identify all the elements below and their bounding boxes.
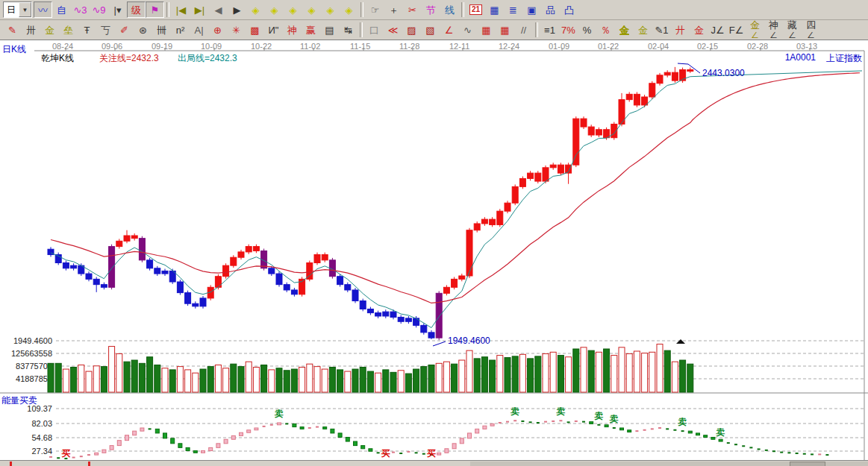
shen-angle-icon[interactable]: 神∠ — [764, 22, 783, 38]
oscillator-bar — [468, 433, 472, 438]
four-angle-icon[interactable]: 四∠ — [802, 22, 820, 38]
oscillator-dash — [811, 453, 814, 455]
oscillator-bar — [133, 431, 137, 435]
gann-box-icon[interactable]: ▧ — [421, 22, 440, 38]
volume-bar — [55, 363, 61, 392]
j-angle-icon[interactable]: J∠ — [708, 22, 727, 38]
pct-lines-icon[interactable]: ％ — [596, 22, 615, 38]
export-icon[interactable]: 品 — [541, 1, 560, 18]
gann-grid-icon[interactable]: ▦ — [477, 22, 496, 38]
oscillator-bar — [155, 429, 159, 433]
volume-bar — [352, 369, 358, 392]
line-tool-icon[interactable]: 线 — [440, 1, 459, 18]
diamond-zoomout-icon[interactable]: ◈ — [321, 1, 340, 18]
last-bar-icon[interactable]: ▶| — [190, 1, 209, 18]
win-icon[interactable]: 赢 — [302, 22, 320, 38]
gann-grid2-icon[interactable]: ▦ — [496, 22, 514, 38]
report-icon[interactable]: ≣ — [504, 1, 522, 18]
open-red-icon[interactable]: 廾 — [671, 22, 690, 38]
star-icon[interactable]: ✳ — [227, 22, 246, 38]
next-bar-icon[interactable]: ▶ — [228, 1, 246, 18]
chart-area[interactable]: 日K线 08-2409-0609-1910-0910-2211-0211-151… — [0, 40, 868, 460]
f-angle-icon[interactable]: F∠ — [727, 22, 746, 38]
volume-bar — [497, 356, 503, 392]
diamond-zoomin-icon[interactable]: ◈ — [340, 1, 358, 18]
first-bar-icon[interactable]: |◀ — [172, 1, 190, 18]
save-icon[interactable]: ▣ — [522, 1, 541, 18]
candle — [71, 265, 77, 268]
gold-angle-icon[interactable]: 金∠ — [746, 22, 764, 38]
chevron-down-icon[interactable]: ▼ — [19, 2, 31, 17]
fib-icon[interactable]: Ŧ — [78, 22, 96, 38]
hgrid2-icon[interactable]: 卌 — [152, 22, 171, 38]
n2-icon[interactable]: n² — [171, 22, 190, 38]
gold-lines-icon[interactable]: 金 — [634, 22, 652, 38]
calendar-icon[interactable]: 21 — [466, 1, 485, 18]
hgrid-icon[interactable]: 卅 — [22, 22, 40, 38]
crosshair-icon[interactable]: ＋ — [384, 1, 403, 18]
candle — [154, 268, 160, 274]
gold-level1-icon[interactable]: 金 — [40, 22, 59, 38]
volume-bar — [71, 367, 77, 392]
cycle-icon[interactable]: ⊛ — [134, 22, 152, 38]
boxgrid-icon[interactable]: ▩ — [246, 22, 264, 38]
print-icon[interactable]: 凸 — [560, 1, 578, 18]
ma-slow-line — [51, 73, 860, 303]
volume-bar — [207, 367, 213, 392]
oscillator-bar — [255, 428, 258, 430]
pattern-icon[interactable]: 级 — [127, 1, 146, 18]
zigzag-icon[interactable]: ∿ — [458, 22, 477, 38]
gold-circle-icon[interactable]: 金 — [615, 22, 634, 38]
stats-icon[interactable]: ≡1 — [540, 22, 559, 38]
flag-icon[interactable]: ⚑ — [146, 1, 164, 18]
diamond-expand-icon[interactable]: ◈ — [302, 1, 321, 18]
gold-red-icon[interactable]: 金 — [690, 22, 708, 38]
wave9-icon[interactable]: ∿9 — [90, 1, 108, 18]
oscillator-bar — [620, 428, 624, 430]
h-scrollbar-thumb[interactable] — [790, 462, 825, 466]
brush1-icon[interactable]: ✎1 — [652, 22, 671, 38]
volume-bar — [223, 368, 229, 392]
mirror-icon[interactable]: A| — [190, 22, 208, 38]
target-icon[interactable]: ⊕ — [208, 22, 227, 38]
pct-icon[interactable]: % — [578, 22, 596, 38]
region-icon[interactable]: 〰 — [34, 1, 52, 18]
frame-icon[interactable]: 口 — [365, 22, 384, 38]
h-scrollbar[interactable] — [0, 460, 868, 466]
candle-style-combo[interactable]: |▾ — [108, 1, 127, 18]
diamond-compress-icon[interactable]: ◈ — [284, 1, 302, 18]
brush-icon[interactable]: ✐ — [115, 22, 134, 38]
calculator-icon[interactable]: ▦ — [485, 1, 504, 18]
candle — [383, 312, 389, 316]
kquote-icon[interactable]: И" — [264, 22, 283, 38]
self-list-icon[interactable]: 自 — [52, 1, 71, 18]
ruler123-icon[interactable]: ▤ — [320, 22, 339, 38]
volume-bar — [611, 356, 617, 392]
oscillator-bar — [216, 444, 220, 448]
angle-line-icon[interactable]: ∠ — [440, 22, 458, 38]
candle — [649, 84, 655, 97]
pct7-icon[interactable]: 7% — [559, 22, 578, 38]
parallel-icon[interactable]: // — [514, 22, 533, 38]
oscillator-bar — [163, 433, 167, 438]
hand-icon[interactable]: ☞ — [366, 1, 384, 18]
festival-icon[interactable]: 节 — [422, 1, 440, 18]
annotate-icon[interactable]: ✂ — [403, 1, 422, 18]
candle — [352, 290, 358, 301]
diamond-left-icon[interactable]: ◈ — [246, 1, 265, 18]
wave3-icon[interactable]: ∿3 — [71, 1, 90, 18]
shen-icon[interactable]: 神 — [283, 22, 302, 38]
oscillator-bar — [711, 437, 715, 439]
rays-icon[interactable]: ≪ — [384, 22, 402, 38]
pen-icon[interactable]: ✎ — [3, 22, 22, 38]
candle — [246, 247, 252, 252]
gold-level2-icon[interactable]: 垒 — [59, 22, 78, 38]
fan-icon[interactable]: ▨ — [402, 22, 421, 38]
diamond-right-icon[interactable]: ◈ — [265, 1, 284, 18]
chart-svg[interactable]: 1949.46001256635588377570541887853109.37… — [0, 40, 868, 460]
prev-bar-icon[interactable]: ◀ — [209, 1, 228, 18]
barwidth-icon[interactable]: ↹ — [339, 22, 357, 38]
period-combo[interactable]: 日▼ — [3, 1, 32, 18]
arc-icon[interactable]: 丂 — [96, 22, 115, 38]
cang-angle-icon[interactable]: 藏∠ — [783, 22, 802, 38]
